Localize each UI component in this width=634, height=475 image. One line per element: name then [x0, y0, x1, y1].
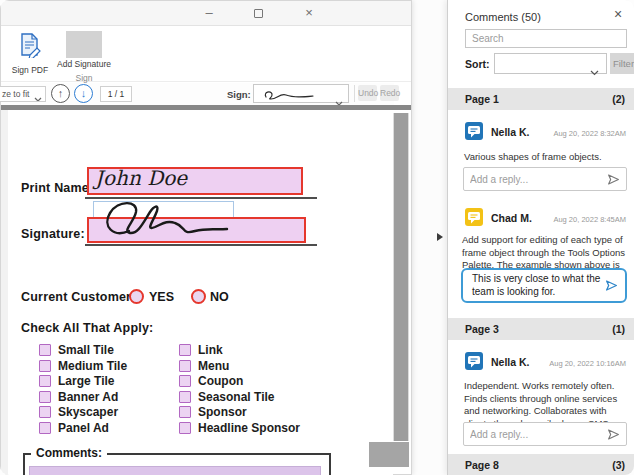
comments-panel: Comments (50) × Sort: Filter Page 1 (2) …	[447, 0, 634, 475]
comment-body: Various shapes of frame objects.	[464, 151, 627, 164]
checkbox-menu[interactable]	[179, 360, 191, 372]
signature-preview	[259, 88, 319, 102]
vertical-scrollbar[interactable]	[393, 113, 409, 441]
page-margin	[1, 110, 8, 475]
reply-input[interactable]	[470, 174, 607, 185]
sign-pdf-button[interactable]: Sign PDF	[6, 32, 54, 75]
no-radio[interactable]	[191, 289, 206, 304]
reply-box	[463, 422, 627, 446]
chevron-down-icon	[590, 62, 599, 80]
window-titlebar: – ×	[1, 1, 411, 26]
checkbox-label: Small Tile	[58, 343, 114, 357]
section-label: Page 8	[465, 459, 499, 471]
checkbox-link[interactable]	[179, 344, 191, 356]
checkbox-seasonal-tile[interactable]	[179, 391, 191, 403]
section-count: (3)	[612, 459, 625, 471]
print-name-value[interactable]: John Doe	[95, 166, 187, 190]
add-signature-button[interactable]: Add Signature	[57, 30, 111, 70]
pdf-page: Print Name: John Doe Signature: Current …	[1, 110, 393, 475]
section-header-page-8[interactable]: Page 8 (3)	[448, 454, 634, 475]
signature-image[interactable]	[95, 195, 235, 245]
checkbox-small-tile[interactable]	[39, 344, 51, 356]
send-icon[interactable]	[607, 173, 620, 186]
page-up-button[interactable]: ↑	[51, 84, 70, 103]
section-count: (2)	[612, 93, 625, 105]
page-down-button[interactable]: ↓	[74, 84, 93, 103]
section-header-page-1[interactable]: Page 1 (2)	[448, 88, 634, 110]
chevron-down-icon	[34, 92, 42, 102]
checkbox-label: Banner Ad	[58, 390, 118, 404]
arrow-up-icon: ↑	[58, 87, 64, 99]
checkbox-label: Medium Tile	[58, 359, 127, 373]
close-icon[interactable]: ×	[611, 6, 625, 22]
comments-panel-title: Comments (50)	[465, 11, 541, 23]
scrollbar-thumb[interactable]	[394, 113, 408, 441]
redo-button[interactable]: Redo	[380, 85, 399, 101]
checkbox-headline-sponsor[interactable]	[179, 422, 191, 434]
sign-field-label: Sign:	[227, 89, 251, 100]
reply-draft-box[interactable]: This is very close to what the team is l…	[461, 268, 627, 303]
filter-button[interactable]: Filter	[610, 53, 634, 74]
comment-author: Nella K.	[491, 356, 530, 368]
checkbox-medium-tile[interactable]	[39, 360, 51, 372]
comment-bubble-icon	[465, 122, 483, 140]
send-icon[interactable]	[607, 428, 620, 441]
arrow-down-icon: ↓	[81, 87, 87, 99]
checkbox-label: Menu	[198, 359, 229, 373]
checkbox-skyscaper[interactable]	[39, 406, 51, 418]
checkbox-label: Headline Sponsor	[198, 421, 300, 435]
checkbox-label: Sponsor	[198, 405, 247, 419]
close-icon[interactable]: ×	[299, 4, 319, 22]
no-label: NO	[210, 290, 229, 304]
print-name-label: Print Name:	[21, 181, 93, 195]
minimize-icon[interactable]: –	[199, 4, 219, 22]
comment-bubble-icon	[465, 208, 483, 226]
reply-box	[463, 167, 627, 191]
checkbox-label: Panel Ad	[58, 421, 109, 435]
toolbar-divider	[354, 85, 355, 102]
add-signature-label: Add Signature	[57, 60, 111, 70]
document-toolbar: ze to fit ↑ ↓ 1 / 1 Sign:	[1, 83, 394, 105]
zoom-level-value: ze to fit	[2, 89, 29, 99]
comment-author: Nella K.	[491, 126, 530, 138]
comment-timestamp: Aug 20, 2022 8:45AM	[553, 215, 626, 224]
comment-bubble-icon	[465, 352, 483, 370]
maximize-icon[interactable]	[254, 9, 263, 18]
checkbox-banner-ad[interactable]	[39, 391, 51, 403]
signature-label: Signature:	[21, 227, 85, 241]
checkbox-label: Link	[198, 343, 223, 357]
page-indicator[interactable]: 1 / 1	[100, 86, 132, 102]
signature-select-dropdown[interactable]	[253, 84, 349, 103]
checkbox-label: Seasonal Tile	[198, 390, 274, 404]
panel-collapse-arrow-icon[interactable]	[437, 233, 443, 241]
sort-label: Sort:	[465, 58, 490, 70]
checkbox-large-tile[interactable]	[39, 375, 51, 387]
sign-pdf-label: Sign PDF	[6, 65, 54, 75]
comment-timestamp: Aug 20, 2022 8:32AM	[553, 129, 626, 138]
pdf-app-window: – × Sign PDF	[0, 0, 412, 475]
scrollbar-corner	[369, 442, 409, 467]
reply-input[interactable]	[470, 429, 607, 440]
yes-radio[interactable]	[129, 289, 144, 304]
checkbox-sponsor[interactable]	[179, 406, 191, 418]
sort-dropdown[interactable]	[494, 53, 607, 74]
form-comments-field[interactable]	[29, 466, 321, 475]
search-input[interactable]	[465, 29, 627, 48]
section-header-page-3[interactable]: Page 3 (1)	[448, 318, 634, 340]
yes-label: YES	[149, 290, 174, 304]
undo-button[interactable]: Undo	[358, 85, 377, 101]
sign-group-label: Sign	[57, 73, 111, 83]
send-icon[interactable]	[605, 279, 618, 292]
signature-thumbnail	[66, 31, 102, 58]
comment-author: Chad M.	[491, 212, 532, 224]
checkbox-panel-ad[interactable]	[39, 422, 51, 434]
section-count: (1)	[612, 323, 625, 335]
checkbox-coupon[interactable]	[179, 375, 191, 387]
checkbox-label: Skyscaper	[58, 405, 118, 419]
section-label: Page 1	[465, 93, 499, 105]
comment-timestamp: Aug 20, 2022 10:16AM	[549, 359, 626, 368]
check-all-label: Check All That Apply:	[21, 321, 153, 335]
zoom-level-dropdown[interactable]: ze to fit	[0, 86, 46, 102]
screenshot-root: – × Sign PDF	[0, 0, 634, 475]
reply-draft-text: This is very close to what the team is l…	[472, 273, 605, 298]
